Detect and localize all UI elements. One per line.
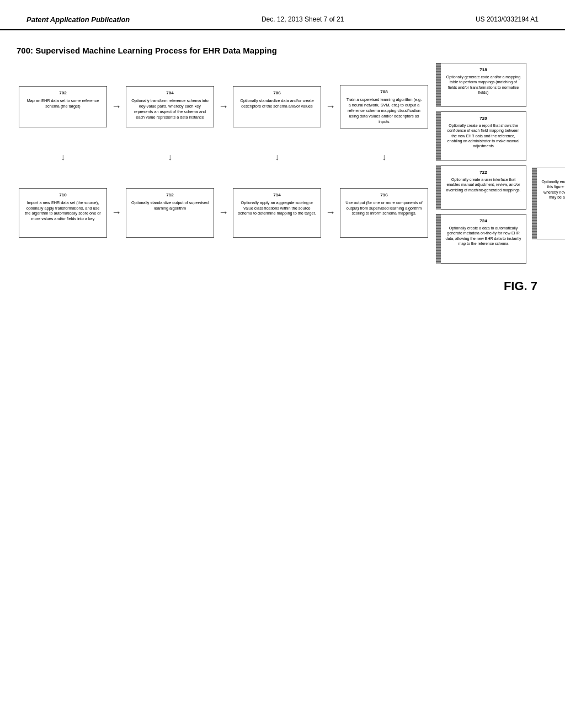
flowchart-table: 702 Map an EHR data set to some referenc… <box>17 63 565 268</box>
box-722-text: Optionally create a user interface that … <box>446 178 520 191</box>
cell-714: 714 Optionally apply an aggregate scorin… <box>231 163 323 263</box>
down-arrow-icon-1: ↓ <box>61 152 65 162</box>
box-712: 712 Optionally standardize output of sup… <box>126 188 214 238</box>
box-716-num: 716 <box>345 192 423 199</box>
box-714-num: 714 <box>238 192 316 199</box>
box-720-num: 720 <box>445 116 521 121</box>
arrow-714-716: → <box>323 163 338 263</box>
cell-712: 712 Optionally standardize output of sup… <box>124 163 216 263</box>
box-722-group: 722 Optionally create a user interface t… <box>436 165 526 210</box>
box-708-text: Train a supervised learning algorithm (e… <box>347 97 422 124</box>
spacer-row <box>17 263 430 268</box>
box-726-group: 726 Optionally enable the process shown … <box>532 168 565 239</box>
publication-label: Patent Application Publication <box>26 15 130 24</box>
far-right-area: 726 Optionally enable the process shown … <box>526 63 565 268</box>
figure-title: 700: Supervised Machine Learning Process… <box>17 46 548 55</box>
arrow-down-702: ↓ <box>17 151 109 163</box>
flowchart-container: 702 Map an EHR data set to some referenc… <box>17 63 548 293</box>
box-726-num: 726 <box>541 172 565 178</box>
stripe-724 <box>436 214 441 264</box>
box-726-text: Optionally enable the process shown in t… <box>542 180 565 199</box>
down-arrow-icon-4: ↓ <box>382 152 386 162</box>
box-718-num: 718 <box>445 67 521 73</box>
cell-706: 706 Optionally standardize data and/or c… <box>231 63 323 151</box>
arrow-down-708: ↓ <box>338 151 430 163</box>
cell-716: 716 Use output (for one or more componen… <box>338 163 430 263</box>
right-arrow-icon-3: → <box>326 101 335 112</box>
box-706-num: 706 <box>238 90 316 97</box>
arrow-down-706: ↓ <box>231 151 323 163</box>
box-724: 724 Optionally create a data to automati… <box>441 214 526 264</box>
box-716-text: Use output (for one or more components o… <box>345 200 423 216</box>
box-710-num: 710 <box>24 192 102 199</box>
box-724-num: 724 <box>445 218 521 224</box>
box-720: 720 Optionally create a report that show… <box>441 111 526 161</box>
content-area: 700: Supervised Machine Learning Process… <box>0 30 565 310</box>
fig-label: FIG. 7 <box>17 279 537 293</box>
stripe-720 <box>436 111 441 161</box>
stripe-722 <box>436 165 441 210</box>
cell-710: 710 Import a new EHR data set (the sourc… <box>17 163 109 263</box>
box-722: 722 Optionally create a user interface t… <box>441 165 526 210</box>
box-724-text: Optionally create a data to automaticall… <box>446 226 521 245</box>
box-702-text: Map an EHR data set to some reference sc… <box>27 98 99 109</box>
box-716: 716 Use output (for one or more componen… <box>340 188 428 238</box>
date-sheet-label: Dec. 12, 2013 Sheet 7 of 21 <box>262 15 344 23</box>
figure-title-area: 700: Supervised Machine Learning Process… <box>17 36 548 63</box>
box-720-text: Optionally create a report that shows th… <box>447 124 520 147</box>
box-706: 706 Optionally standardize data and/or c… <box>233 86 321 127</box>
page: Patent Application Publication Dec. 12, … <box>0 0 565 728</box>
box-720-group: 720 Optionally create a report that show… <box>436 111 526 161</box>
arrow-704-706: → <box>216 63 231 151</box>
arrow-712-714: → <box>216 163 231 263</box>
page-header: Patent Application Publication Dec. 12, … <box>0 0 565 30</box>
arrow-702-704: → <box>109 63 124 151</box>
box-724-group: 724 Optionally create a data to automati… <box>436 214 526 264</box>
box-710: 710 Import a new EHR data set (the sourc… <box>19 188 107 238</box>
box-718-group: 718 Optionally generate code and/or a ma… <box>436 63 526 107</box>
cell-704: 704 Optionally transform reference schem… <box>124 63 216 151</box>
box-704: 704 Optionally transform reference schem… <box>126 86 214 127</box>
cell-708: 708 Train a supervised learning algorith… <box>338 63 430 151</box>
right-arrow-icon-6: → <box>326 207 335 218</box>
box-714-text: Optionally apply an aggregate scoring or… <box>238 200 316 216</box>
box-714: 714 Optionally apply an aggregate scorin… <box>233 188 321 238</box>
down-arrow-icon-2: ↓ <box>168 152 172 162</box>
box-712-text: Optionally standardize output of supervi… <box>131 200 209 211</box>
stripe-718 <box>436 63 441 107</box>
patent-number-label: US 2013/0332194 A1 <box>476 15 539 23</box>
right-arrow-icon: → <box>111 101 121 112</box>
right-arrow-icon-2: → <box>218 101 228 112</box>
box-704-num: 704 <box>131 90 209 97</box>
box-708-num: 708 <box>345 89 423 95</box>
down-arrow-icon-3: ↓ <box>275 152 279 162</box>
box-718: 718 Optionally generate code and/or a ma… <box>441 63 526 107</box>
box-704-text: Optionally transform reference schema in… <box>131 98 209 120</box>
stripe-726 <box>532 168 537 239</box>
arrow-706-708: → <box>323 63 338 151</box>
box-718-text: Optionally generate code and/or a mappin… <box>446 75 520 94</box>
box-708: 708 Train a supervised learning algorith… <box>340 85 428 129</box>
box-712-num: 712 <box>131 192 209 199</box>
right-side-area: 718 Optionally generate code and/or a ma… <box>430 63 526 268</box>
arrow-down-704: ↓ <box>124 151 216 163</box>
right-side-boxes: 718 Optionally generate code and/or a ma… <box>436 63 526 268</box>
right-arrow-icon-4: → <box>111 207 121 218</box>
box-702: 702 Map an EHR data set to some referenc… <box>19 86 107 127</box>
box-722-num: 722 <box>445 170 521 175</box>
box-726: 726 Optionally enable the process shown … <box>537 168 565 239</box>
arrow-710-712: → <box>109 163 124 263</box>
box-710-text: Import a new EHR data set (the source), … <box>25 200 101 222</box>
right-arrow-icon-5: → <box>218 207 228 218</box>
box-702-num: 702 <box>24 90 102 97</box>
box-706-text: Optionally standardize data and/or creat… <box>240 98 313 109</box>
cell-702: 702 Map an EHR data set to some referenc… <box>17 63 109 151</box>
